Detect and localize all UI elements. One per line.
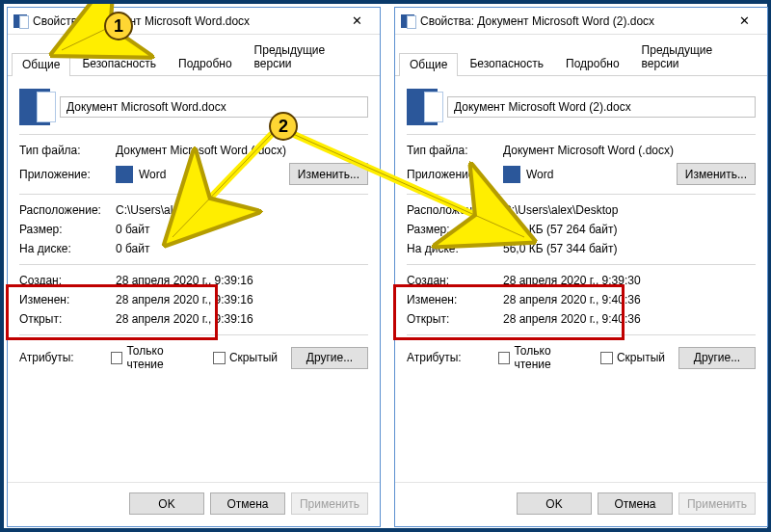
opened-label: Открыт:	[407, 312, 503, 326]
tab-general[interactable]: Общие	[12, 53, 70, 76]
filetype-value: Документ Microsoft Word (.docx)	[116, 144, 286, 157]
other-attrs-button[interactable]: Другие...	[291, 347, 368, 369]
tab-details[interactable]: Подробно	[168, 52, 243, 75]
tab-previous-versions[interactable]: Предыдущие версии	[244, 39, 375, 75]
app-label: Приложение:	[407, 168, 503, 181]
ondisk-label: На диске:	[407, 242, 503, 255]
modified-label: Изменен:	[407, 293, 503, 306]
close-icon: ✕	[739, 13, 750, 28]
modified-value: 28 апреля 2020 г., 9:40:36	[503, 293, 641, 306]
size-value: 0 байт	[116, 223, 149, 236]
tab-previous-versions[interactable]: Предыдущие версии	[631, 39, 762, 75]
filetype-value: Документ Microsoft Word (.docx)	[503, 144, 674, 157]
apply-button[interactable]: Применить	[291, 492, 368, 515]
created-value: 28 апреля 2020 г., 9:39:16	[116, 274, 253, 287]
opened-value: 28 апреля 2020 г., 9:40:36	[503, 312, 641, 326]
modified-value: 28 апреля 2020 г., 9:39:16	[116, 293, 253, 306]
tab-security[interactable]: Безопасность	[459, 52, 554, 75]
titlebar[interactable]: Свойства: Документ Microsoft Word (2).do…	[395, 8, 767, 35]
word-app-icon	[116, 166, 133, 183]
hidden-label: Скрытый	[617, 351, 665, 364]
readonly-checkbox[interactable]	[498, 352, 510, 364]
size-value: 55,9 КБ (57 264 байт)	[503, 223, 617, 236]
titlebar[interactable]: Свойства: Документ Microsoft Word.docx ✕	[8, 8, 380, 35]
word-icon	[401, 14, 414, 28]
ondisk-label: На диске:	[19, 242, 116, 255]
opened-value: 28 апреля 2020 г., 9:39:16	[116, 312, 253, 326]
callout-2-label: 2	[279, 117, 288, 137]
location-label: Расположение:	[19, 203, 116, 217]
filetype-label: Тип файла:	[19, 144, 116, 157]
location-value: C:\Users\alex\Desktop	[116, 203, 230, 217]
filetype-label: Тип файла:	[407, 144, 503, 157]
readonly-label: Только чтение	[514, 344, 587, 371]
created-label: Создан:	[407, 274, 503, 287]
hidden-checkbox[interactable]	[213, 352, 226, 364]
readonly-checkbox[interactable]	[111, 352, 122, 364]
change-app-button[interactable]: Изменить...	[677, 163, 756, 185]
opened-label: Открыт:	[19, 312, 116, 326]
hidden-label: Скрытый	[229, 351, 278, 364]
ok-button[interactable]: OK	[129, 492, 204, 515]
dialog-footer: OK Отмена Применить	[8, 482, 380, 526]
tab-security[interactable]: Безопасность	[71, 52, 167, 75]
attrs-label: Атрибуты:	[19, 351, 111, 364]
created-value: 28 апреля 2020 г., 9:39:30	[503, 274, 641, 287]
callout-1: 1	[104, 12, 133, 40]
app-value: Word	[139, 168, 166, 181]
filename-input[interactable]	[60, 96, 368, 118]
tab-details[interactable]: Подробно	[555, 52, 630, 75]
apply-button[interactable]: Применить	[678, 492, 756, 515]
size-label: Размер:	[407, 223, 503, 236]
window-title: Свойства: Документ Microsoft Word (2).do…	[420, 14, 654, 28]
word-icon	[13, 14, 27, 28]
dialog-footer: OK Отмена Применить	[395, 482, 767, 526]
created-label: Создан:	[19, 274, 116, 287]
location-label: Расположение:	[407, 203, 503, 217]
app-label: Приложение:	[19, 168, 116, 181]
tab-strip: Общие Безопасность Подробно Предыдущие в…	[395, 35, 767, 76]
size-label: Размер:	[19, 223, 116, 236]
close-button[interactable]: ✕	[337, 9, 376, 34]
tab-strip: Общие Безопасность Подробно Предыдущие в…	[8, 35, 380, 76]
location-value: C:\Users\alex\Desktop	[503, 203, 618, 217]
dialog-body: Тип файла:Документ Microsoft Word (.docx…	[8, 76, 380, 482]
tab-general[interactable]: Общие	[399, 53, 458, 76]
ondisk-value: 56,0 КБ (57 344 байт)	[503, 242, 617, 255]
cancel-button[interactable]: Отмена	[210, 492, 285, 515]
properties-dialog-left: Свойства: Документ Microsoft Word.docx ✕…	[7, 7, 381, 527]
word-file-icon	[19, 89, 50, 125]
ondisk-value: 0 байт	[116, 242, 149, 255]
cancel-button[interactable]: Отмена	[598, 492, 673, 515]
close-icon: ✕	[352, 13, 362, 28]
close-button[interactable]: ✕	[725, 9, 763, 34]
modified-label: Изменен:	[19, 293, 116, 306]
word-app-icon	[503, 166, 520, 183]
ok-button[interactable]: OK	[517, 492, 592, 515]
properties-dialog-right: Свойства: Документ Microsoft Word (2).do…	[394, 7, 768, 527]
callout-1-label: 1	[114, 16, 123, 37]
hidden-checkbox[interactable]	[600, 352, 613, 364]
other-attrs-button[interactable]: Другие...	[678, 347, 756, 369]
window-title: Свойства: Документ Microsoft Word.docx	[33, 14, 250, 28]
filename-input[interactable]	[447, 96, 756, 118]
attrs-label: Атрибуты:	[407, 351, 498, 364]
word-file-icon	[407, 89, 438, 125]
callout-2: 2	[269, 112, 298, 141]
dialog-body: Тип файла:Документ Microsoft Word (.docx…	[395, 76, 767, 482]
readonly-label: Только чтение	[126, 344, 199, 371]
app-value: Word	[526, 168, 553, 181]
change-app-button[interactable]: Изменить...	[289, 163, 368, 185]
